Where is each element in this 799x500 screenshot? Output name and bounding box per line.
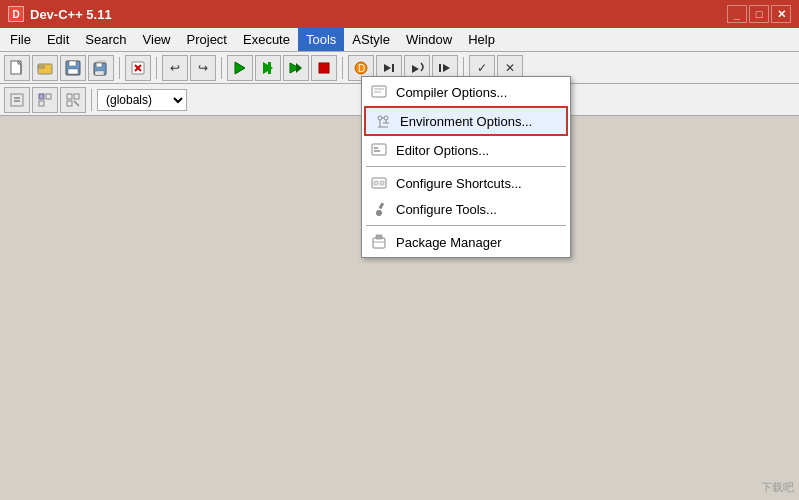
save-button[interactable] [60, 55, 86, 81]
configure-shortcuts-label: Configure Shortcuts... [396, 176, 522, 191]
svg-marker-15 [235, 62, 245, 74]
menu-bar: File Edit Search View Project Execute To… [0, 28, 799, 52]
configure-shortcuts-item[interactable]: Configure Shortcuts... [362, 170, 570, 196]
menu-separator-1 [366, 166, 566, 167]
compiler-options-item[interactable]: Compiler Options... [362, 79, 570, 105]
svg-rect-35 [74, 94, 79, 99]
app-title: Dev-C++ 5.11 [30, 7, 727, 22]
svg-rect-36 [67, 101, 72, 106]
title-bar: D Dev-C++ 5.11 _ □ ✕ [0, 0, 799, 28]
svg-rect-34 [67, 94, 72, 99]
svg-rect-56 [373, 238, 385, 248]
svg-rect-4 [38, 66, 44, 68]
environment-options-item[interactable]: Environment Options... [366, 108, 566, 134]
save-all-button[interactable] [88, 55, 114, 81]
svg-rect-48 [372, 144, 386, 155]
menu-project[interactable]: Project [179, 28, 235, 51]
package-manager-label: Package Manager [396, 235, 502, 250]
svg-rect-32 [46, 94, 51, 99]
toolbar-sep-3 [221, 57, 222, 79]
undo-button[interactable]: ↩ [162, 55, 188, 81]
svg-rect-24 [392, 64, 394, 72]
svg-marker-25 [412, 65, 419, 73]
maximize-button[interactable]: □ [749, 5, 769, 23]
package-icon [370, 233, 388, 251]
svg-rect-28 [11, 94, 23, 106]
compile-run-button[interactable] [283, 55, 309, 81]
svg-line-37 [74, 101, 79, 106]
tb2-btn2[interactable] [32, 87, 58, 113]
editor-options-item[interactable]: Editor Options... [362, 137, 570, 163]
redo-button[interactable]: ↪ [190, 55, 216, 81]
configure-tools-label: Configure Tools... [396, 202, 497, 217]
svg-rect-17 [268, 62, 271, 74]
svg-rect-57 [376, 235, 382, 239]
env-options-wrapper: Environment Options... [364, 106, 568, 136]
svg-marker-19 [296, 63, 302, 73]
watermark: 下载吧 [761, 480, 794, 495]
menu-view[interactable]: View [135, 28, 179, 51]
scope-selector[interactable]: (globals) [97, 89, 187, 111]
menu-window[interactable]: Window [398, 28, 460, 51]
watermark-text: 下载吧 [761, 481, 794, 493]
menu-file[interactable]: File [2, 28, 39, 51]
toolbar-sep-1 [119, 57, 120, 79]
toolbar2-sep [91, 89, 92, 111]
svg-rect-53 [380, 181, 384, 185]
editor-icon [370, 141, 388, 159]
compiler-icon [370, 83, 388, 101]
svg-rect-54 [379, 202, 385, 209]
svg-rect-6 [69, 61, 76, 66]
svg-rect-27 [439, 64, 441, 72]
stop-button[interactable] [311, 55, 337, 81]
svg-rect-20 [319, 63, 329, 73]
menu-tools[interactable]: Tools [298, 28, 344, 51]
svg-marker-26 [443, 64, 450, 72]
compile-button[interactable] [227, 55, 253, 81]
menu-search[interactable]: Search [77, 28, 134, 51]
close-button[interactable]: ✕ [771, 5, 791, 23]
run-button[interactable] [255, 55, 281, 81]
tb2-btn3[interactable] [60, 87, 86, 113]
svg-marker-23 [384, 64, 391, 72]
menu-execute[interactable]: Execute [235, 28, 298, 51]
svg-point-42 [384, 116, 388, 120]
svg-point-41 [378, 116, 382, 120]
tools-icon [370, 200, 388, 218]
menu-astyle[interactable]: AStyle [344, 28, 398, 51]
svg-rect-38 [372, 86, 386, 97]
svg-rect-31 [39, 94, 44, 99]
toolbar-sep-4 [342, 57, 343, 79]
tools-dropdown: Compiler Options... Environment Options.… [361, 76, 571, 258]
minimize-button[interactable]: _ [727, 5, 747, 23]
editor-options-label: Editor Options... [396, 143, 489, 158]
shortcuts-icon [370, 174, 388, 192]
open-button[interactable] [32, 55, 58, 81]
menu-edit[interactable]: Edit [39, 28, 77, 51]
svg-rect-52 [374, 181, 378, 185]
toolbar-sep-2 [156, 57, 157, 79]
window-controls: _ □ ✕ [727, 5, 791, 23]
compiler-options-label: Compiler Options... [396, 85, 507, 100]
new-button[interactable] [4, 55, 30, 81]
close-file-button[interactable] [125, 55, 151, 81]
configure-tools-item[interactable]: Configure Tools... [362, 196, 570, 222]
menu-help[interactable]: Help [460, 28, 503, 51]
app-icon: D [8, 6, 24, 22]
svg-rect-33 [39, 101, 44, 106]
svg-rect-7 [68, 69, 78, 74]
env-icon [374, 112, 392, 130]
package-manager-item[interactable]: Package Manager [362, 229, 570, 255]
svg-text:D: D [358, 63, 365, 74]
svg-point-55 [376, 210, 382, 216]
tb2-btn1[interactable] [4, 87, 30, 113]
menu-separator-2 [366, 225, 566, 226]
environment-options-label: Environment Options... [400, 114, 532, 129]
